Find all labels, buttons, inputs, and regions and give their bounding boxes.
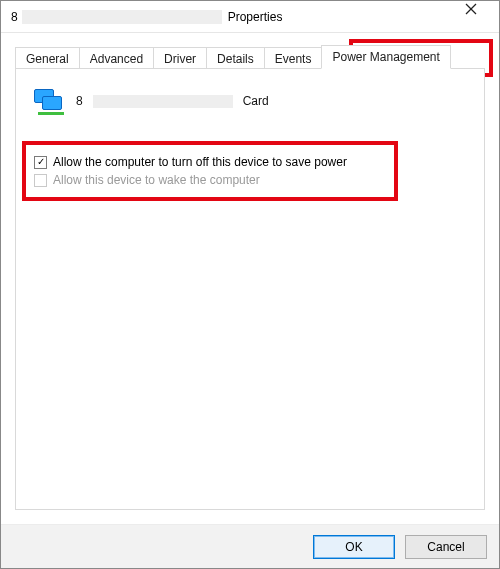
device-name-redacted bbox=[93, 95, 233, 108]
close-button[interactable] bbox=[451, 3, 491, 31]
tab-details[interactable]: Details bbox=[206, 47, 265, 70]
tabs: General Advanced Driver Details Events P… bbox=[15, 43, 485, 69]
title-suffix: Properties bbox=[228, 10, 283, 24]
button-bar: OK Cancel bbox=[1, 524, 499, 568]
option-allow-wake-label: Allow this device to wake the computer bbox=[53, 173, 260, 187]
tab-driver[interactable]: Driver bbox=[153, 47, 207, 70]
tab-power-management[interactable]: Power Management bbox=[321, 45, 450, 69]
tab-advanced[interactable]: Advanced bbox=[79, 47, 154, 70]
option-allow-turn-off-label: Allow the computer to turn off this devi… bbox=[53, 155, 347, 169]
tab-general[interactable]: General bbox=[15, 47, 80, 70]
cancel-button[interactable]: Cancel bbox=[405, 535, 487, 559]
title-redacted bbox=[22, 10, 222, 24]
checkbox-allow-turn-off[interactable]: ✓ bbox=[34, 156, 47, 169]
power-options: ✓ Allow the computer to turn off this de… bbox=[30, 145, 470, 197]
checkbox-allow-wake bbox=[34, 174, 47, 187]
title-prefix: 8 bbox=[11, 10, 18, 24]
close-icon bbox=[465, 3, 477, 15]
highlight-options bbox=[22, 141, 398, 201]
option-allow-turn-off[interactable]: ✓ Allow the computer to turn off this de… bbox=[34, 155, 466, 169]
tab-events[interactable]: Events bbox=[264, 47, 323, 70]
content-area: General Advanced Driver Details Events P… bbox=[1, 33, 499, 524]
titlebar: 8 Properties bbox=[1, 1, 499, 33]
network-card-icon bbox=[34, 87, 66, 115]
ok-button[interactable]: OK bbox=[313, 535, 395, 559]
device-name-suffix: Card bbox=[243, 94, 269, 108]
device-name-prefix: 8 bbox=[76, 94, 83, 108]
properties-window: 8 Properties General Advanced Driver Det… bbox=[0, 0, 500, 569]
device-row: 8 Card bbox=[34, 87, 470, 115]
option-allow-wake: Allow this device to wake the computer bbox=[34, 173, 466, 187]
tab-panel-power-management: 8 Card ✓ Allow the computer to turn off … bbox=[15, 68, 485, 510]
